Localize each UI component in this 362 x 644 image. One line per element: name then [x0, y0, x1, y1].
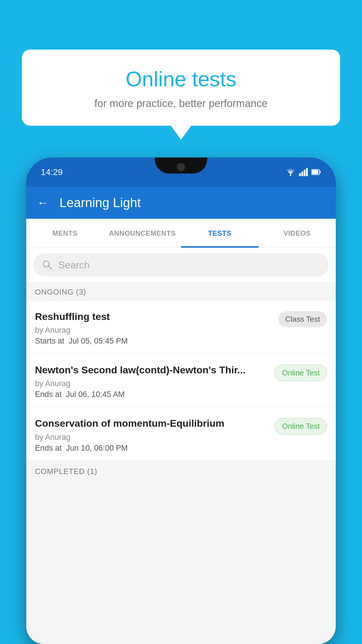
test-badge-class: Class Test: [278, 311, 327, 327]
camera-dot: [177, 163, 185, 171]
test-by: by Anurag: [35, 433, 269, 442]
test-date: Starts at Jul 05, 05:45 PM: [35, 337, 273, 346]
status-icons: [286, 168, 321, 176]
tabs-bar: MENTS ANNOUNCEMENTS TESTS VIDEOS: [26, 219, 336, 248]
test-badge-online-2: Online Test: [275, 418, 327, 435]
svg-rect-2: [301, 172, 303, 176]
test-date: Ends at Jun 10, 06:00 PM: [35, 444, 269, 453]
test-item[interactable]: Newton's Second law(contd)-Newton's Thir…: [26, 354, 336, 407]
tab-tests[interactable]: TESTS: [181, 219, 259, 248]
test-name: Reshuffling test: [35, 310, 273, 323]
test-badge-online: Online Test: [275, 365, 327, 381]
promo-title: Online tests: [36, 67, 326, 91]
tab-videos[interactable]: VIDEOS: [259, 219, 336, 248]
search-placeholder: Search: [58, 259, 90, 271]
tab-ments[interactable]: MENTS: [26, 219, 104, 248]
svg-rect-1: [299, 173, 301, 176]
test-item[interactable]: Conservation of momentum-Equilibrium by …: [26, 407, 336, 461]
test-list: Reshuffling test by Anurag Starts at Jul…: [26, 301, 336, 461]
svg-rect-4: [306, 168, 308, 176]
test-name: Newton's Second law(contd)-Newton's Thir…: [35, 363, 269, 376]
signal-icon: [299, 168, 308, 176]
test-by: by Anurag: [35, 379, 269, 388]
back-button[interactable]: ←: [37, 196, 49, 210]
search-icon: [42, 260, 52, 270]
test-info: Newton's Second law(contd)-Newton's Thir…: [35, 363, 269, 399]
test-name: Conservation of momentum-Equilibrium: [35, 417, 269, 430]
svg-line-9: [49, 266, 52, 269]
svg-rect-3: [304, 170, 305, 176]
ongoing-section-label: ONGOING (3): [26, 282, 336, 301]
completed-section-label: COMPLETED (1): [26, 461, 336, 480]
status-bar: 14:29: [26, 158, 336, 187]
test-info: Conservation of momentum-Equilibrium by …: [35, 417, 269, 452]
app-header: ← Learning Light: [26, 187, 336, 219]
promo-subtitle: for more practice, better performance: [36, 97, 326, 110]
promo-card: Online tests for more practice, better p…: [22, 50, 340, 126]
phone-frame: 14:29: [26, 158, 336, 644]
search-bar-wrap: Search: [26, 248, 336, 282]
battery-icon: [311, 169, 321, 175]
status-time: 14:29: [41, 167, 63, 177]
tab-announcements[interactable]: ANNOUNCEMENTS: [104, 219, 181, 248]
test-date: Ends at Jul 06, 10:45 AM: [35, 390, 269, 399]
wifi-icon: [286, 168, 296, 176]
test-info: Reshuffling test by Anurag Starts at Jul…: [35, 310, 273, 346]
phone-notch: [155, 158, 207, 174]
phone-content: Search ONGOING (3) Reshuffling test by A…: [26, 248, 336, 644]
search-bar[interactable]: Search: [33, 253, 329, 276]
test-by: by Anurag: [35, 326, 273, 335]
app-title: Learning Light: [59, 195, 141, 210]
test-item[interactable]: Reshuffling test by Anurag Starts at Jul…: [26, 301, 336, 354]
svg-rect-7: [312, 170, 318, 174]
svg-rect-6: [319, 171, 321, 173]
svg-point-0: [290, 175, 291, 176]
